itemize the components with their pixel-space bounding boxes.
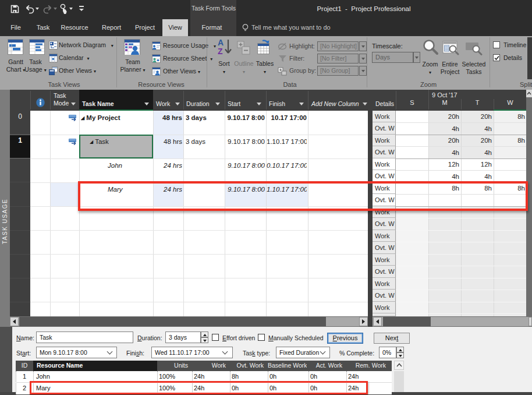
svg-text:Z: Z	[218, 47, 223, 56]
svg-text:A: A	[218, 38, 224, 47]
